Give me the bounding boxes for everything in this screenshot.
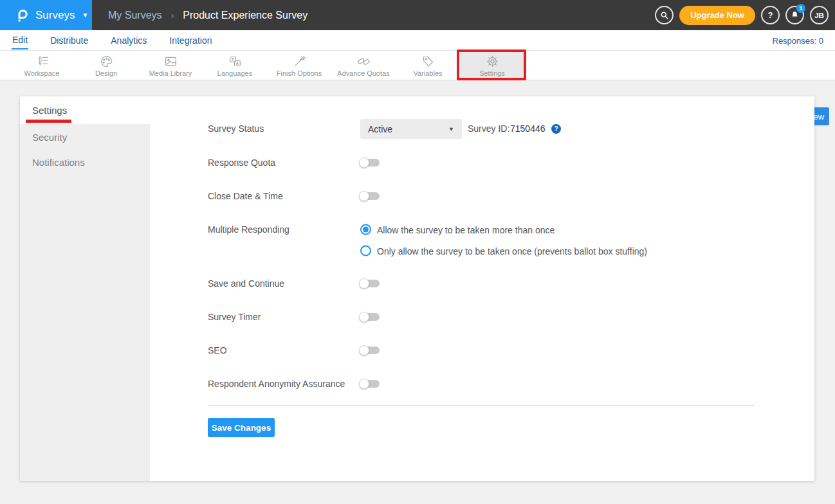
sidebar-background <box>20 124 150 481</box>
toolbar-label: Design <box>95 69 117 77</box>
response-quota-label: Response Quota <box>208 158 275 168</box>
chevron-down-icon: ▼ <box>448 126 454 132</box>
tab-integration[interactable]: Integration <box>169 32 212 49</box>
edit-toolbar: Workspace Design Media Library Languages… <box>0 51 835 80</box>
topbar-actions: Upgrade Now ? 1 JB <box>655 0 829 30</box>
survey-nav-tabs: Edit Distribute Analytics Integration <box>12 30 212 51</box>
survey-id-help-icon[interactable]: ? <box>551 124 561 134</box>
sidebar-item-label: Settings <box>32 105 67 116</box>
toolbar-item-workspace[interactable]: Workspace <box>10 51 74 80</box>
toolbar-label: Workspace <box>24 69 60 77</box>
help-button[interactable]: ? <box>761 6 780 24</box>
toolbar-label: Finish Options <box>277 69 322 77</box>
respondent-anonymity-toggle[interactable] <box>360 380 380 388</box>
toggle-knob <box>359 312 369 322</box>
tab-distribute[interactable]: Distribute <box>50 32 89 49</box>
toggle-knob <box>359 345 369 356</box>
translate-icon <box>228 55 242 68</box>
save-changes-button[interactable]: Save Changes <box>208 418 275 437</box>
toolbar-item-settings[interactable]: Settings <box>460 51 524 80</box>
survey-timer-toggle[interactable] <box>360 313 380 321</box>
tag-icon <box>421 55 435 68</box>
search-icon <box>660 11 669 20</box>
sidebar-item-security[interactable]: Security <box>20 124 150 150</box>
notifications-button[interactable]: 1 <box>785 6 804 24</box>
settings-panel: Settings Security Notifications Survey S… <box>20 96 814 481</box>
toggle-knob <box>359 379 369 389</box>
radio-selected-icon <box>360 224 371 235</box>
toggle-knob <box>359 191 369 201</box>
toolbar-item-finish-options[interactable]: Finish Options <box>267 51 331 80</box>
close-date-time-label: Close Date & Time <box>208 191 283 201</box>
respondent-anonymity-label: Respondent Anonymity Assurance <box>208 379 345 389</box>
toolbar-item-languages[interactable]: Languages <box>203 51 267 80</box>
notification-count-badge: 1 <box>796 4 805 13</box>
search-button[interactable] <box>655 6 674 24</box>
product-switcher[interactable]: Surveys ▼ <box>0 0 92 30</box>
radio-option-allow-multiple[interactable]: Allow the survey to be taken more than o… <box>360 224 555 235</box>
avatar[interactable]: JB <box>810 6 829 24</box>
product-label: Surveys <box>35 9 75 22</box>
settings-sidebar: Settings Security Notifications <box>20 96 150 481</box>
radio-option-label: Allow the survey to be taken more than o… <box>377 224 555 235</box>
toolbar-item-advance-quotas[interactable]: Advance Quotas <box>331 51 396 80</box>
save-and-continue-label: Save and Continue <box>208 278 284 289</box>
sidebar-item-label: Security <box>32 132 67 143</box>
toolbar-item-media-library[interactable]: Media Library <box>138 51 203 80</box>
survey-id-label: Survey ID: <box>468 123 509 134</box>
radio-unselected-icon <box>360 246 371 256</box>
tab-analytics[interactable]: Analytics <box>110 32 147 49</box>
toggle-knob <box>359 158 369 168</box>
survey-nav-row: Edit Distribute Analytics Integration Re… <box>0 30 835 51</box>
seo-label: SEO <box>208 345 227 356</box>
image-icon <box>164 55 178 68</box>
question-mark-icon: ? <box>768 10 773 20</box>
response-quota-toggle[interactable] <box>360 159 380 166</box>
survey-status-label: Survey Status <box>208 123 264 134</box>
multiple-responding-label: Multiple Responding <box>208 224 289 235</box>
wand-icon <box>293 55 306 68</box>
gear-icon <box>486 55 499 68</box>
survey-timer-label: Survey Timer <box>208 312 261 322</box>
toolbar-label: Media Library <box>149 69 192 77</box>
survey-id-value: 7150446 <box>510 123 546 134</box>
sidebar-item-settings[interactable]: Settings <box>20 96 150 124</box>
toolbar-label: Variables <box>413 69 442 77</box>
palette-icon <box>100 55 113 68</box>
survey-title: Product Experience Survey <box>183 10 307 21</box>
radio-option-label: Only allow the survey to be taken once (… <box>377 246 647 256</box>
toolbar-label: Settings <box>479 69 505 77</box>
radio-option-only-once[interactable]: Only allow the survey to be taken once (… <box>360 246 647 256</box>
save-and-continue-toggle[interactable] <box>360 280 380 287</box>
upgrade-now-button[interactable]: Upgrade Now <box>679 6 755 25</box>
close-date-time-toggle[interactable] <box>360 192 380 200</box>
chevron-down-icon: ▼ <box>82 12 88 19</box>
sidebar-item-notifications[interactable]: Notifications <box>20 149 150 175</box>
form-divider <box>208 405 755 406</box>
toolbar-item-design[interactable]: Design <box>74 51 138 80</box>
avatar-initials: JB <box>814 12 824 19</box>
breadcrumb-my-surveys[interactable]: My Surveys <box>108 10 162 21</box>
tab-edit[interactable]: Edit <box>12 32 28 50</box>
breadcrumb-separator-icon: › <box>171 10 174 21</box>
breadcrumb: My Surveys › Product Experience Survey <box>108 0 307 30</box>
toggle-knob <box>359 278 369 289</box>
seo-toggle[interactable] <box>360 346 380 354</box>
links-icon <box>357 55 371 68</box>
toolbar-label: Languages <box>217 69 252 77</box>
survey-status-value: Active <box>368 124 448 134</box>
toolbar-item-variables[interactable]: Variables <box>396 51 460 80</box>
sidebar-item-label: Notifications <box>32 157 85 168</box>
top-bar: Surveys ▼ My Surveys › Product Experienc… <box>0 0 835 30</box>
active-red-underline <box>26 120 71 123</box>
workspace-icon <box>35 55 49 68</box>
questionpro-logo-icon <box>14 8 30 23</box>
toolbar-label: Advance Quotas <box>337 69 389 77</box>
survey-status-dropdown[interactable]: Active ▼ <box>360 119 462 139</box>
responses-count[interactable]: Responses: 0 <box>773 30 824 51</box>
